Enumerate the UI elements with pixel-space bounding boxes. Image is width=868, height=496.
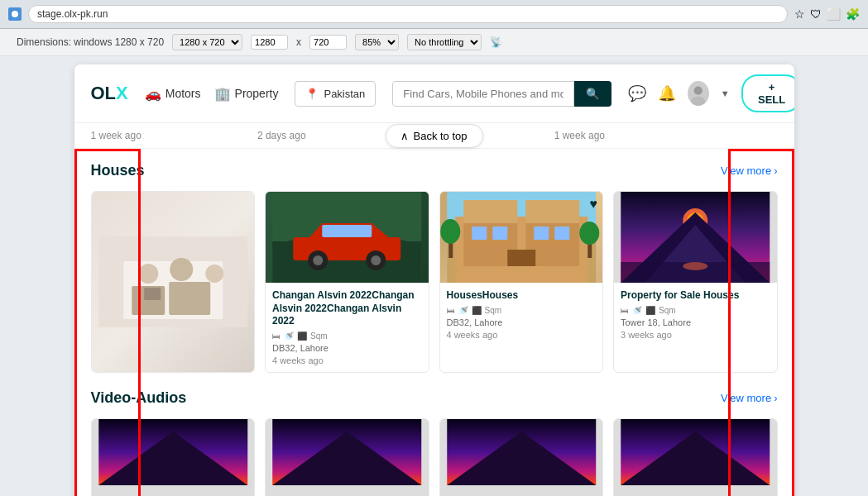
sell-button[interactable]: + SELL	[741, 74, 794, 112]
building-icon: 🏢	[214, 86, 231, 102]
site-logo[interactable]: OLX	[91, 83, 128, 104]
search-container: 🔍	[392, 81, 611, 107]
sqm-label-4: Sqm	[659, 306, 676, 315]
video-chevron-right-icon: ›	[774, 392, 777, 404]
search-icon: 🔍	[586, 88, 600, 100]
location-pin-icon: 📍	[305, 88, 319, 100]
svg-point-19	[371, 255, 381, 265]
screen-icon: ⬜	[827, 7, 841, 21]
svg-point-42	[683, 262, 707, 270]
chat-button[interactable]: 💬	[628, 84, 646, 103]
bed-icon-4: 🛏	[621, 306, 629, 315]
house-card-3[interactable]: ♥ HousesHouses 🛏 🚿 ⬛ Sqm DB32, Lahore 4 …	[439, 191, 604, 373]
height-input[interactable]	[309, 35, 347, 50]
video-title: Video-Audios	[91, 389, 187, 407]
zoom-select[interactable]: 85%	[355, 34, 399, 50]
svg-rect-31	[507, 250, 535, 266]
svg-point-6	[170, 258, 193, 281]
browser-chrome: stage.olx-pk.run ☆ 🛡 ⬜ 🧩	[0, 0, 868, 29]
shield-icon: 🛡	[810, 7, 822, 21]
svg-rect-9	[169, 282, 210, 315]
nav-motors-label: Motors	[165, 87, 201, 100]
video-cards-grid	[91, 418, 778, 496]
svg-point-2	[692, 96, 706, 106]
house-card-4[interactable]: Property for Sale Houses 🛏 🚿 ⬛ Sqm Tower…	[613, 191, 778, 373]
house-card-3-body: HousesHouses 🛏 🚿 ⬛ Sqm DB32, Lahore 4 we…	[440, 283, 603, 346]
house-card-1[interactable]: Property for Sale Houses 🛏 🚿 ⬛ Sqm Tower…	[91, 191, 256, 373]
svg-rect-28	[492, 227, 507, 240]
video-card-3[interactable]	[439, 418, 604, 496]
house-card-4-time: 3 weeks ago	[621, 330, 770, 340]
search-input[interactable]	[392, 81, 574, 107]
svg-rect-25	[463, 200, 517, 223]
window-size-select[interactable]: 1280 x 720	[172, 34, 242, 50]
nav-motors[interactable]: 🚗 Motors	[145, 86, 201, 102]
sqm-label-2: Sqm	[310, 331, 328, 341]
favicon	[8, 7, 22, 21]
svg-point-35	[579, 222, 599, 245]
star-icon[interactable]: ☆	[794, 7, 805, 21]
house-card-2-body: Changan Alsvin 2022Changan Alsvin 2022Ch…	[266, 283, 429, 372]
sqm-icon-2: ⬛	[297, 331, 307, 341]
svg-point-17	[313, 255, 323, 265]
bath-icon-2: 🚿	[284, 331, 294, 341]
site-header: OLX 🚗 Motors 🏢 Property 📍 Pakistan	[74, 64, 794, 123]
sqm-icon-3: ⬛	[472, 306, 482, 315]
video-card-4[interactable]	[613, 418, 778, 496]
houses-section-header: Houses View more ›	[91, 162, 778, 179]
chevron-up-icon: ∧	[400, 130, 409, 142]
svg-rect-27	[472, 227, 487, 240]
location-label: Pakistan	[324, 88, 365, 100]
dimensions-label: Dimensions: windows 1280 x 720	[17, 36, 164, 48]
back-to-top-button[interactable]: ∧ Back to top	[385, 124, 482, 148]
svg-rect-30	[554, 227, 569, 240]
site-container: OLX 🚗 Motors 🏢 Property 📍 Pakistan	[74, 64, 794, 496]
logo-x: X	[116, 83, 128, 104]
house-card-4-location: Tower 18, Lahore	[621, 317, 770, 327]
nav-property-label: Property	[235, 87, 279, 100]
house-card-2-location: DB32, Lahore	[272, 343, 422, 353]
ext-icon: 🧩	[846, 7, 860, 21]
svg-point-1	[694, 87, 703, 95]
heart-button-3[interactable]: ♥	[590, 197, 598, 212]
svg-point-5	[138, 264, 158, 284]
bed-icon-3: 🛏	[447, 306, 455, 315]
bed-icon-2: 🛏	[272, 331, 281, 341]
house-card-3-time: 4 weeks ago	[447, 330, 597, 340]
chevron-right-icon: ›	[774, 165, 777, 177]
throttle-select[interactable]: No throttling	[407, 34, 482, 50]
house-card-4-title: Property for Sale Houses	[621, 289, 770, 303]
house-card-2[interactable]: Changan Alsvin 2022Changan Alsvin 2022Ch…	[265, 191, 429, 373]
svg-rect-29	[534, 227, 549, 240]
video-card-2[interactable]	[265, 418, 429, 496]
video-card-1-image	[92, 419, 255, 496]
devtools-toolbar: Dimensions: windows 1280 x 720 1280 x 72…	[0, 29, 868, 56]
video-section-header: Video-Audios View more ›	[91, 389, 778, 407]
video-card-4-image	[614, 419, 777, 496]
page-wrapper: OLX 🚗 Motors 🏢 Property 📍 Pakistan	[0, 56, 868, 496]
user-avatar[interactable]	[688, 81, 708, 106]
video-view-more[interactable]: View more ›	[721, 392, 778, 404]
nav-property[interactable]: 🏢 Property	[214, 86, 279, 102]
bell-button[interactable]: 🔔	[658, 84, 676, 103]
search-button[interactable]: 🔍	[574, 81, 611, 107]
house-card-1-body: Property for Sale Houses 🛏 🚿 ⬛ Sqm Tower…	[92, 372, 255, 373]
svg-point-0	[12, 11, 18, 17]
back-to-top-label: Back to top	[413, 130, 467, 142]
header-actions: 💬 🔔 ▼ + SELL	[628, 74, 794, 112]
back-to-top-bar: 1 week ago 2 days ago ago 1 week ago ∧ B…	[74, 123, 794, 149]
house-card-4-body: Property for Sale Houses 🛏 🚿 ⬛ Sqm Tower…	[614, 283, 777, 346]
house-card-2-image	[266, 192, 429, 283]
car-icon: 🚗	[145, 86, 161, 102]
video-card-2-image	[266, 419, 429, 496]
location-selector[interactable]: 📍 Pakistan	[295, 81, 376, 107]
url-bar[interactable]: stage.olx-pk.run	[28, 5, 788, 23]
network-icon: 📡	[490, 36, 502, 48]
main-content: Houses View more ›	[74, 149, 794, 496]
house-card-3-location: DB32, Lahore	[447, 317, 597, 327]
video-card-1[interactable]	[91, 418, 256, 496]
timestamp-4: 1 week ago	[554, 130, 605, 141]
width-input[interactable]	[251, 35, 288, 50]
house-card-4-image	[614, 192, 777, 283]
houses-view-more[interactable]: View more ›	[721, 165, 778, 177]
